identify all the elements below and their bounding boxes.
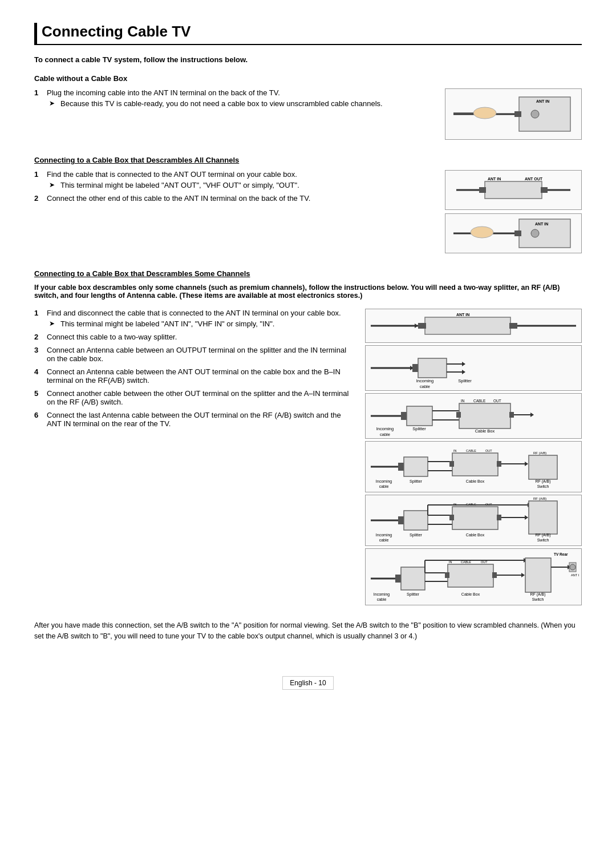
svg-rect-40 [407, 406, 432, 426]
svg-rect-78 [404, 511, 428, 530]
section3-warning: If your cable box descrambles only some … [34, 284, 582, 300]
svg-rect-48 [509, 412, 514, 418]
diagram-s3-5: IN CABLE OUT RF (A/B) Incoming cable Spl… [365, 495, 582, 546]
svg-rect-108 [448, 564, 493, 587]
step-text-s2-1: Find the cable that is connected to the … [47, 170, 297, 179]
diagram-svg-s3-2: Incoming cable Splitter [368, 347, 579, 390]
svg-text:CABLE: CABLE [461, 560, 471, 564]
svg-text:ANT IN: ANT IN [456, 313, 469, 317]
svg-rect-102 [401, 567, 425, 590]
svg-text:Splitter: Splitter [410, 533, 422, 537]
step-text-s3-1: Find and disconnect the cable that is co… [47, 309, 341, 317]
svg-text:RF (A/B): RF (A/B) [535, 533, 550, 537]
intro-text: To connect a cable TV system, follow the… [34, 55, 582, 64]
section3-title: Connecting to a Cable Box that Descrambl… [34, 269, 582, 278]
svg-text:Incoming: Incoming [416, 378, 433, 383]
svg-text:cable: cable [379, 538, 389, 542]
svg-text:RF (A/B): RF (A/B) [530, 592, 545, 597]
svg-text:Cable Box: Cable Box [466, 533, 485, 537]
section3-step6: 6 Connect the last Antenna cable between… [34, 411, 354, 428]
diagram-s3-2: Incoming cable Splitter [365, 345, 582, 391]
svg-rect-84 [452, 507, 498, 529]
svg-text:OUT: OUT [485, 503, 492, 506]
step-text-s2-2: Connect the other end of this cable to t… [47, 194, 310, 203]
svg-text:CABLE: CABLE [466, 449, 476, 452]
sub-bullet-arrow-s2: ➤ [49, 181, 57, 189]
svg-rect-64 [449, 461, 454, 467]
svg-rect-2 [514, 111, 521, 117]
diagram-svg-2a: ANT IN ANT OUT [451, 173, 576, 207]
step-text-s3-4: Connect an Antenna cable between the ANT… [47, 367, 341, 385]
step-number: 1 [34, 88, 42, 97]
svg-text:Splitter: Splitter [410, 479, 422, 484]
svg-text:ANT IN: ANT IN [536, 99, 549, 103]
svg-point-19 [471, 227, 493, 238]
svg-rect-7 [485, 181, 542, 199]
svg-text:Incoming: Incoming [374, 592, 390, 597]
svg-text:IN: IN [453, 449, 457, 452]
svg-rect-11 [541, 187, 548, 193]
svg-text:OUT: OUT [485, 449, 492, 452]
svg-text:IN: IN [453, 503, 457, 506]
diagram-section2-bottom: ANT IN [445, 213, 582, 253]
diagram-svg-2b: ANT IN [451, 216, 576, 250]
svg-rect-39 [401, 412, 407, 420]
svg-rect-89 [497, 515, 501, 520]
svg-text:Splitter: Splitter [412, 426, 426, 431]
svg-text:cable: cable [380, 432, 390, 437]
svg-rect-88 [449, 515, 454, 520]
svg-marker-67 [525, 462, 528, 466]
svg-text:Cable Box: Cable Box [461, 592, 480, 596]
diagram-svg-s3-6: IN CABLE OUT TV Rear ANT IN [368, 550, 579, 604]
svg-marker-33 [462, 362, 465, 366]
diagram-section2-top: ANT IN ANT OUT [445, 170, 582, 210]
svg-marker-115 [521, 573, 525, 577]
svg-rect-116 [525, 558, 551, 592]
diagram-svg-s3-3: IN CABLE OUT Incoming cable Splitter Cab… [368, 395, 579, 438]
svg-text:OUT: OUT [493, 399, 501, 403]
step-text-s3-5: Connect another cable between the other … [47, 389, 348, 406]
svg-rect-30 [418, 358, 447, 378]
section2-step2: 2 Connect the other end of this cable to… [34, 194, 388, 203]
svg-rect-92 [529, 501, 557, 534]
svg-rect-47 [456, 412, 461, 418]
svg-rect-57 [404, 457, 428, 476]
svg-marker-26 [415, 324, 418, 328]
svg-rect-56 [398, 463, 404, 471]
svg-rect-20 [425, 317, 510, 334]
section3-step5: 5 Connect another cable between the othe… [34, 389, 354, 406]
svg-text:RF (A/B): RF (A/B) [533, 451, 546, 455]
svg-rect-68 [529, 455, 557, 479]
step-number-s2-2: 2 [34, 194, 42, 203]
svg-text:Splitter: Splitter [407, 592, 419, 597]
svg-rect-60 [452, 453, 498, 476]
step-number-s2-1: 1 [34, 170, 42, 179]
svg-text:cable: cable [420, 384, 430, 389]
section2-step1: 1 Find the cable that is connected to th… [34, 170, 388, 189]
section1-title: Cable without a Cable Box [34, 74, 582, 83]
svg-point-121 [570, 564, 576, 570]
diagram-s3-3: IN CABLE OUT Incoming cable Splitter Cab… [365, 393, 582, 439]
svg-marker-91 [525, 515, 528, 520]
svg-text:IN: IN [449, 560, 452, 564]
svg-text:IN: IN [461, 399, 465, 403]
svg-text:ANT OUT: ANT OUT [525, 177, 543, 181]
svg-rect-10 [479, 187, 486, 193]
svg-point-5 [473, 107, 496, 119]
diagram-section1: ANT IN [445, 88, 582, 140]
diagram-s3-4: IN CABLE OUT RF (A/B) Incoming cable Spl… [365, 441, 582, 492]
svg-rect-112 [445, 572, 449, 578]
svg-point-4 [531, 110, 539, 118]
page-footer: English - 10 [282, 676, 333, 690]
svg-point-18 [531, 229, 539, 237]
diagram-svg-1: ANT IN [451, 91, 576, 137]
sub-bullet-text-s2: This terminal might be labeled "ANT OUT"… [60, 181, 299, 189]
svg-text:CABLE: CABLE [473, 399, 486, 403]
svg-text:Switch: Switch [537, 484, 549, 488]
sub-s3-1: This terminal might be labeled "ANT IN",… [60, 320, 274, 328]
svg-rect-43 [459, 403, 510, 428]
sub-bullet-text: Because this TV is cable-ready, you do n… [60, 99, 383, 108]
svg-rect-16 [514, 231, 521, 236]
svg-text:Splitter: Splitter [458, 378, 472, 383]
svg-text:TV Rear: TV Rear [554, 552, 568, 556]
